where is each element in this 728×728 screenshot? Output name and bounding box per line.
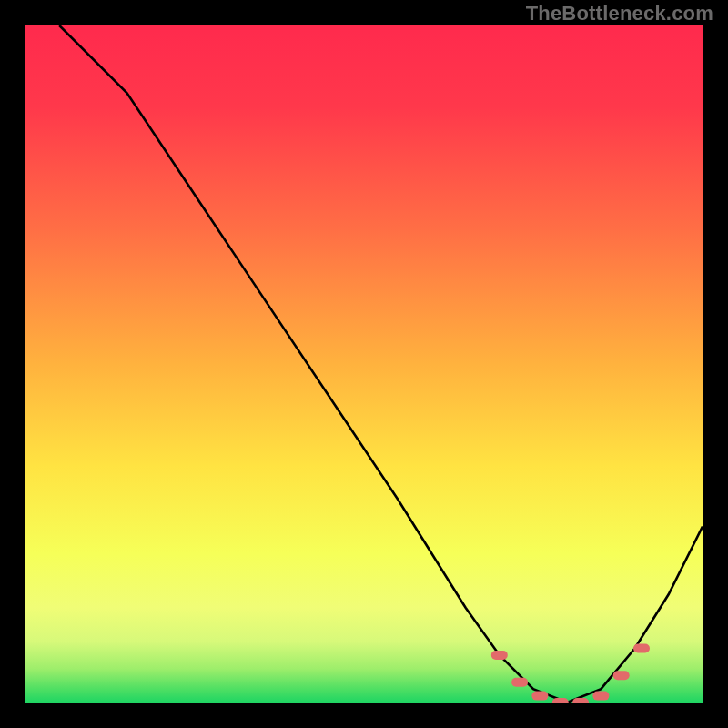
sweet-spot-marker: [552, 698, 569, 703]
sweet-spot-marker: [592, 692, 609, 701]
sweet-spot-marker: [633, 644, 650, 653]
sweet-spot-marker: [613, 671, 630, 680]
gradient-background: [25, 25, 703, 703]
sweet-spot-marker: [531, 692, 548, 701]
sweet-spot-marker: [491, 651, 508, 660]
chart-frame: TheBottleneck.com: [0, 0, 728, 728]
sweet-spot-marker: [572, 698, 589, 703]
plot-area: [25, 25, 703, 703]
sweet-spot-marker: [511, 678, 528, 687]
chart-svg: [25, 25, 703, 703]
attribution-text: TheBottleneck.com: [526, 2, 713, 25]
